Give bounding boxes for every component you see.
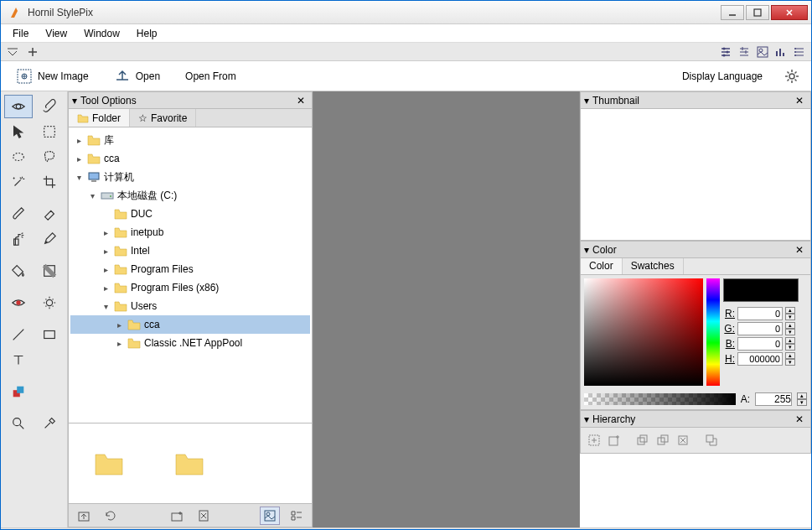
h-up[interactable]: ▴: [785, 352, 795, 359]
tool-fill[interactable]: [4, 259, 33, 283]
display-language-button[interactable]: Display Language: [677, 67, 768, 86]
tool-pen[interactable]: [35, 227, 64, 251]
a-up[interactable]: ▴: [797, 392, 807, 399]
maximize-button[interactable]: [746, 5, 769, 20]
delete-icon[interactable]: [194, 507, 214, 525]
tree-toggle-icon[interactable]: ▸: [114, 320, 124, 330]
folder-icon[interactable]: [94, 451, 124, 476]
g-dn[interactable]: ▾: [785, 329, 795, 335]
layer-duplicate-icon[interactable]: [634, 433, 651, 448]
a-input[interactable]: [755, 392, 792, 406]
b-dn[interactable]: ▾: [785, 344, 795, 351]
folder-icon[interactable]: [174, 451, 204, 476]
tree-toggle-icon[interactable]: ▸: [74, 136, 84, 145]
tool-color-swap[interactable]: [4, 380, 33, 403]
saturation-value-picker[interactable]: [584, 278, 703, 386]
menu-window[interactable]: Window: [77, 25, 127, 42]
layer-merge-icon[interactable]: [703, 433, 720, 448]
tool-dodge[interactable]: [35, 291, 64, 314]
tree-node[interactable]: ▸库: [70, 131, 310, 149]
panel-toggle-1-icon[interactable]: [717, 44, 734, 60]
tree-node[interactable]: DUC: [70, 205, 310, 223]
tool-rectangle[interactable]: [35, 323, 64, 346]
tool-ellipse-select[interactable]: [4, 145, 33, 169]
chevron-down-icon[interactable]: ▾: [584, 95, 589, 107]
tool-rect-select[interactable]: [35, 120, 64, 143]
canvas-area[interactable]: [313, 91, 580, 527]
folder-tree[interactable]: ▸库▸cca▾计算机▾本地磁盘 (C:)DUC▸inetpub▸Intel▸Pr…: [69, 127, 312, 423]
tree-toggle-icon[interactable]: ▾: [74, 173, 84, 182]
tree-toggle-icon[interactable]: ▸: [101, 247, 111, 256]
settings-button[interactable]: [783, 67, 801, 86]
minimize-button[interactable]: [721, 5, 744, 20]
layer-add-icon[interactable]: [606, 433, 623, 448]
tree-node[interactable]: ▾计算机: [70, 168, 310, 186]
tool-lasso[interactable]: [35, 145, 64, 169]
view-thumbnails-icon[interactable]: [260, 507, 280, 525]
hue-slider[interactable]: [706, 278, 720, 386]
menu-file[interactable]: File: [6, 25, 35, 42]
tree-node[interactable]: ▸Intel: [70, 242, 310, 260]
view-list-icon[interactable]: [287, 507, 307, 525]
up-folder-icon[interactable]: [74, 507, 94, 525]
tool-gradient[interactable]: [35, 259, 64, 283]
tool-eraser[interactable]: [35, 202, 64, 226]
tool-brush[interactable]: [4, 202, 33, 226]
tab-dropdown-icon[interactable]: [4, 44, 21, 60]
b-up[interactable]: ▴: [785, 337, 795, 344]
layer-delete-icon[interactable]: [675, 433, 691, 448]
tree-toggle-icon[interactable]: ▸: [101, 228, 111, 237]
h-dn[interactable]: ▾: [785, 359, 795, 366]
layer-group-icon[interactable]: [654, 433, 671, 448]
tab-color[interactable]: Color: [581, 258, 623, 274]
tool-arrow[interactable]: [4, 120, 33, 143]
tool-text[interactable]: [4, 348, 33, 372]
r-up[interactable]: ▴: [785, 307, 795, 314]
b-input[interactable]: [737, 337, 783, 351]
g-up[interactable]: ▴: [785, 322, 795, 329]
tab-favorite[interactable]: ☆ Favorite: [130, 109, 196, 127]
refresh-icon[interactable]: [101, 507, 121, 525]
tool-eyedropper[interactable]: [35, 412, 64, 435]
open-button[interactable]: Open: [109, 65, 165, 88]
panel-toggle-5-icon[interactable]: [791, 44, 808, 60]
panel-toggle-4-icon[interactable]: [773, 44, 789, 60]
tree-node[interactable]: ▸inetpub: [70, 223, 310, 242]
panel-close-icon[interactable]: ✕: [792, 95, 807, 107]
tree-node[interactable]: ▾本地磁盘 (C:): [70, 186, 310, 205]
tool-eye[interactable]: [4, 95, 33, 118]
tree-node[interactable]: ▾Users: [70, 297, 310, 315]
tree-toggle-icon[interactable]: ▾: [101, 302, 111, 311]
current-color-swatch[interactable]: [723, 278, 799, 302]
tree-toggle-icon[interactable]: ▸: [101, 265, 111, 274]
tool-spray[interactable]: [4, 227, 33, 251]
tree-node[interactable]: ▸Classic .NET AppPool: [70, 334, 310, 352]
h-input[interactable]: [737, 352, 783, 366]
tree-node[interactable]: ▸Program Files (x86): [70, 278, 310, 297]
a-dn[interactable]: ▾: [797, 399, 807, 406]
tree-toggle-icon[interactable]: ▸: [101, 283, 111, 293]
r-dn[interactable]: ▾: [785, 314, 795, 320]
tool-redeye[interactable]: [4, 291, 33, 314]
tool-magic-wand[interactable]: [4, 170, 33, 194]
tool-crop[interactable]: [35, 170, 64, 194]
new-folder-icon[interactable]: [167, 507, 187, 525]
tool-line[interactable]: [4, 323, 33, 346]
panel-close-icon[interactable]: ✕: [792, 244, 807, 256]
close-button[interactable]: [771, 5, 808, 20]
g-input[interactable]: [737, 322, 783, 335]
tree-toggle-icon[interactable]: ▸: [114, 339, 124, 348]
tree-toggle-icon[interactable]: ▸: [74, 154, 84, 164]
tree-node[interactable]: ▸cca: [70, 149, 310, 168]
layer-new-icon[interactable]: [586, 433, 603, 448]
r-input[interactable]: [737, 307, 783, 320]
open-from-button[interactable]: Open From: [180, 67, 241, 86]
panel-toggle-3-icon[interactable]: [754, 44, 771, 60]
tab-folder[interactable]: Folder: [69, 109, 130, 127]
alpha-slider[interactable]: [584, 393, 736, 405]
tool-zoom[interactable]: [4, 412, 33, 435]
chevron-down-icon[interactable]: ▾: [72, 95, 77, 107]
panel-close-icon[interactable]: ✕: [293, 95, 308, 107]
menu-help[interactable]: Help: [130, 25, 164, 42]
new-tab-icon[interactable]: [24, 44, 41, 60]
